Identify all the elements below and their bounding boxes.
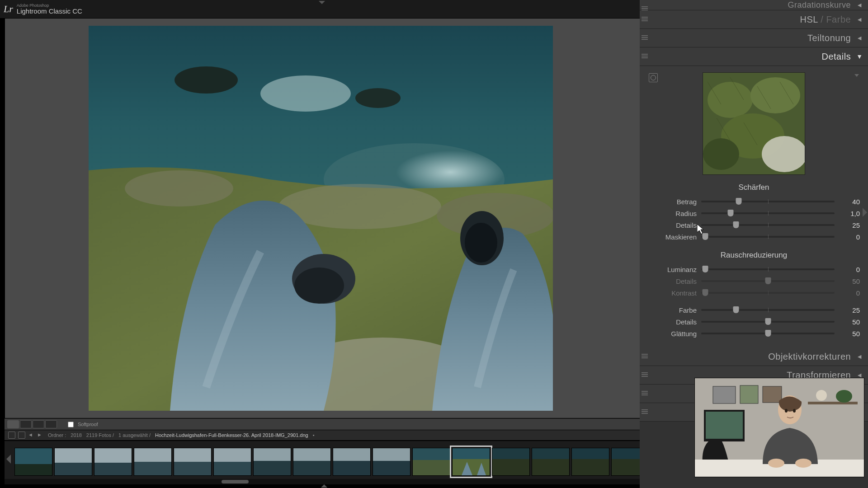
- filmstrip-thumb-selected[interactable]: [452, 448, 490, 476]
- selected-count: 1 ausgewählt /: [118, 432, 151, 438]
- filmstrip-thumb[interactable]: [532, 448, 570, 476]
- sharpen-heading: Schärfen: [648, 183, 860, 192]
- nav-back-icon[interactable]: ◄: [28, 432, 34, 438]
- luminance-slider[interactable]: Luminanz 0: [648, 263, 860, 275]
- svg-rect-23: [214, 448, 251, 462]
- svg-rect-34: [413, 460, 450, 475]
- svg-point-73: [795, 459, 811, 468]
- svg-rect-37: [492, 448, 529, 459]
- svg-rect-17: [94, 448, 132, 463]
- svg-rect-20: [134, 462, 171, 475]
- svg-rect-15: [55, 448, 92, 463]
- svg-rect-32: [373, 461, 410, 475]
- panel-tone-curve[interactable]: Gradationskurve◄: [640, 0, 868, 10]
- filmstrip-thumb[interactable]: [213, 448, 251, 476]
- svg-point-70: [785, 409, 788, 413]
- svg-rect-31: [373, 448, 410, 461]
- svg-point-65: [836, 390, 852, 403]
- photo-count: 2119 Fotos /: [86, 432, 114, 438]
- filmstrip-thumb[interactable]: [134, 448, 172, 476]
- svg-rect-26: [254, 461, 291, 475]
- filmstrip-thumb[interactable]: [492, 448, 530, 476]
- main-canvas: [5, 18, 641, 418]
- panel-details[interactable]: Details▼: [640, 47, 868, 66]
- filmstrip-thumb[interactable]: [14, 448, 52, 476]
- svg-point-2: [260, 75, 351, 112]
- noise-reduction-heading: Rauschreduzierung: [648, 251, 860, 260]
- svg-rect-21: [174, 448, 211, 462]
- svg-point-49: [750, 77, 800, 113]
- filmstrip-thumb[interactable]: [571, 448, 609, 476]
- detail-target-icon[interactable]: [649, 73, 658, 82]
- filmstrip-thumb[interactable]: [333, 448, 371, 476]
- filmstrip-thumb[interactable]: [94, 448, 132, 476]
- svg-rect-16: [55, 463, 92, 475]
- svg-point-71: [793, 409, 796, 413]
- details-panel-body: Schärfen Betrag 40 Radius 1,0 Details 25…: [640, 66, 868, 347]
- svg-rect-29: [333, 448, 370, 461]
- svg-rect-41: [572, 448, 609, 459]
- detail-preview-menu-icon[interactable]: [854, 74, 859, 77]
- color-nr-slider[interactable]: Farbe 25: [648, 304, 860, 316]
- second-monitor-icon[interactable]: [18, 432, 25, 439]
- svg-point-64: [816, 390, 827, 401]
- filmstrip-header: ◄ ► Ordner : 2018 2119 Fotos / 1 ausgewä…: [5, 430, 643, 440]
- svg-rect-28: [293, 461, 330, 475]
- svg-rect-13: [15, 448, 52, 464]
- sharpen-detail-slider[interactable]: Details 25: [648, 219, 860, 231]
- color-smoothness-slider[interactable]: Glättung 50: [648, 328, 860, 339]
- luminance-detail-slider: Details 50: [648, 275, 860, 287]
- svg-point-48: [708, 82, 753, 118]
- sharpen-radius-slider[interactable]: Radius 1,0: [648, 207, 860, 219]
- collapse-bottom-icon[interactable]: [321, 484, 327, 488]
- softproof-checkbox[interactable]: [68, 422, 74, 427]
- color-detail-slider[interactable]: Details 50: [648, 316, 860, 328]
- filmstrip-scrollbar[interactable]: [5, 479, 640, 484]
- view-mode-split[interactable]: [45, 420, 57, 428]
- view-mode-before-after-v[interactable]: [33, 420, 44, 428]
- filmstrip-thumb[interactable]: [293, 448, 331, 476]
- filmstrip-thumb[interactable]: [253, 448, 291, 476]
- softproof-toggle[interactable]: Softproof: [66, 420, 98, 429]
- detail-preview-thumb[interactable]: [703, 72, 805, 175]
- svg-point-52: [703, 138, 739, 170]
- collapse-right-icon[interactable]: [863, 208, 867, 217]
- folder-year: 2018: [71, 432, 81, 438]
- webcam-overlay: [694, 378, 864, 477]
- svg-rect-42: [572, 459, 609, 475]
- image-preview[interactable]: [89, 26, 553, 411]
- filmstrip-thumb[interactable]: [373, 448, 410, 476]
- svg-rect-24: [214, 462, 251, 475]
- svg-point-3: [175, 66, 238, 94]
- nav-fwd-icon[interactable]: ►: [37, 432, 43, 438]
- filmstrip-prev-icon[interactable]: [6, 455, 11, 464]
- svg-rect-25: [254, 448, 291, 461]
- collapse-top-icon[interactable]: [319, 1, 325, 4]
- filmstrip-thumb[interactable]: [412, 448, 450, 476]
- scrollbar-thumb[interactable]: [222, 480, 249, 483]
- filmstrip[interactable]: [5, 441, 660, 483]
- svg-rect-33: [413, 448, 450, 460]
- view-mode-before-after-h[interactable]: [20, 420, 32, 428]
- view-mode-loupe[interactable]: [7, 420, 19, 428]
- svg-rect-38: [492, 459, 529, 475]
- sharpen-amount-slider[interactable]: Betrag 40: [648, 196, 860, 207]
- panel-split-toning[interactable]: Teiltonung◄: [640, 29, 868, 47]
- svg-rect-62: [763, 386, 782, 403]
- svg-rect-35: [453, 448, 490, 459]
- svg-point-10: [294, 267, 344, 304]
- grid-icon[interactable]: [8, 432, 15, 439]
- svg-point-72: [768, 459, 784, 468]
- current-filename[interactable]: Hochzeit-Ludwigshafen-Full-Benkesser-26.…: [155, 432, 308, 438]
- app-logo: Lr: [4, 3, 13, 15]
- sharpen-masking-slider[interactable]: Maskieren 0: [648, 231, 860, 243]
- svg-rect-19: [134, 448, 171, 462]
- panel-lens-corrections[interactable]: Objektivkorrekturen◄: [640, 347, 868, 366]
- panel-hsl[interactable]: HSL / Farbe◄: [640, 10, 868, 29]
- title-bar: Lr Adobe Photoshop Lightroom Classic CC: [0, 0, 643, 19]
- filmstrip-thumb[interactable]: [174, 448, 212, 476]
- svg-rect-27: [293, 448, 330, 461]
- luminance-contrast-slider: Kontrast 0: [648, 287, 860, 299]
- filmstrip-thumb[interactable]: [54, 448, 92, 476]
- svg-rect-61: [740, 385, 758, 404]
